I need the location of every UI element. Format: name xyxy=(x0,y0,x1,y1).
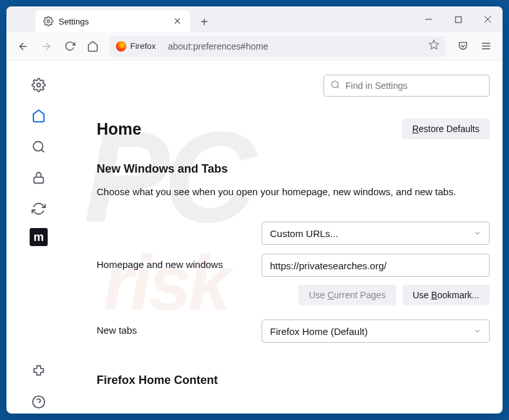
sidebar-item-extensions[interactable] xyxy=(27,359,50,383)
sidebar-item-help[interactable] xyxy=(27,390,50,414)
url-text: about:preferences#home xyxy=(168,41,269,52)
chevron-down-icon xyxy=(474,228,481,239)
bookmark-star-icon[interactable] xyxy=(428,39,439,53)
navigation-toolbar: Firefox about:preferences#home xyxy=(6,32,503,61)
svg-point-11 xyxy=(37,83,41,87)
maximize-button[interactable] xyxy=(443,6,473,32)
firefox-logo-icon xyxy=(116,41,126,52)
urlbar-brand: Firefox xyxy=(130,41,156,51)
section-new-windows-desc: Choose what you see when you open your h… xyxy=(97,185,490,198)
app-menu-button[interactable] xyxy=(475,36,496,57)
newtabs-value: Firefox Home (Default) xyxy=(270,326,368,337)
sidebar-item-search[interactable] xyxy=(27,135,50,158)
forward-button[interactable] xyxy=(36,36,57,57)
section-new-windows-heading: New Windows and Tabs xyxy=(97,162,490,176)
tab-title: Settings xyxy=(59,17,89,26)
sidebar-item-sync[interactable] xyxy=(27,197,50,220)
tab-strip: Settings ✕ + xyxy=(6,6,503,32)
search-icon xyxy=(331,80,340,91)
close-tab-icon[interactable]: ✕ xyxy=(172,16,182,26)
svg-point-0 xyxy=(47,20,50,23)
find-in-settings-input[interactable] xyxy=(345,81,483,91)
minimize-button[interactable] xyxy=(414,6,443,32)
settings-sidebar: m xyxy=(6,61,71,414)
svg-rect-14 xyxy=(34,177,44,183)
svg-rect-2 xyxy=(456,17,461,23)
close-window-button[interactable] xyxy=(473,6,503,32)
sidebar-item-privacy[interactable] xyxy=(27,166,50,189)
restore-defaults-button[interactable]: Restore Defaults xyxy=(402,119,490,139)
page-title: Home xyxy=(97,120,141,138)
section-firefox-home-heading: Firefox Home Content xyxy=(97,374,490,387)
back-button[interactable] xyxy=(13,36,34,57)
newtabs-label: New tabs xyxy=(97,320,262,336)
chevron-down-icon xyxy=(474,326,481,337)
home-button[interactable] xyxy=(82,36,103,57)
homepage-label-text: Homepage and new windows xyxy=(97,254,262,270)
svg-line-18 xyxy=(337,86,339,88)
homepage-label xyxy=(97,222,262,227)
firefox-badge: Firefox xyxy=(116,41,162,52)
settings-main: Home Restore Defaults New Windows and Ta… xyxy=(71,61,503,414)
gear-icon xyxy=(43,16,53,26)
new-tab-button[interactable]: + xyxy=(194,12,215,32)
use-bookmark-button[interactable]: Use Bookmark... xyxy=(403,285,490,305)
reload-button[interactable] xyxy=(59,36,80,57)
svg-point-12 xyxy=(34,142,43,151)
homepage-mode-select[interactable]: Custom URLs... xyxy=(262,222,490,245)
homepage-mode-value: Custom URLs... xyxy=(270,228,338,239)
newtabs-select[interactable]: Firefox Home (Default) xyxy=(262,320,490,343)
homepage-url-input[interactable] xyxy=(262,254,490,277)
svg-point-17 xyxy=(332,81,338,88)
sidebar-item-more[interactable]: m xyxy=(30,228,48,246)
find-in-settings[interactable] xyxy=(323,75,490,97)
sidebar-item-general[interactable] xyxy=(27,73,50,97)
svg-line-13 xyxy=(41,149,44,152)
use-current-pages-button[interactable]: Use Current Pages xyxy=(298,285,396,305)
url-bar[interactable]: Firefox about:preferences#home xyxy=(110,36,446,57)
pocket-button[interactable] xyxy=(452,36,473,57)
sidebar-item-home[interactable] xyxy=(27,104,50,128)
tab-settings[interactable]: Settings ✕ xyxy=(35,10,190,32)
svg-marker-7 xyxy=(429,40,438,48)
